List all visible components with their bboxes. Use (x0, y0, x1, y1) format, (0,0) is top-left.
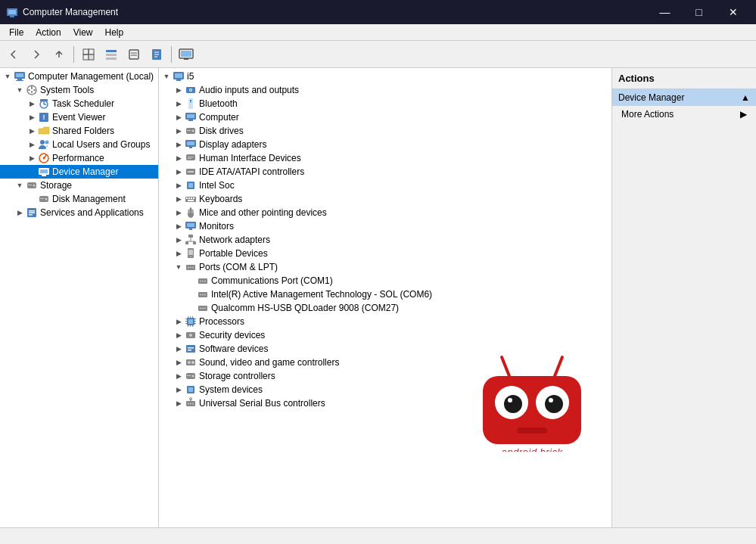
svg-rect-1 (8, 10, 16, 14)
task-scheduler-label: Task Scheduler (52, 98, 114, 109)
i5-expand[interactable]: ▼ (160, 70, 173, 82)
maximize-button[interactable]: □ (682, 0, 716, 24)
keyboards-expand[interactable]: ▶ (173, 193, 185, 205)
tree-i5-root[interactable]: ▼ i5 (159, 70, 611, 83)
menu-view[interactable]: View (67, 26, 99, 39)
com1-icon (197, 275, 209, 287)
forward-button[interactable] (26, 44, 47, 65)
tree-root[interactable]: ▼ Computer Management (Local) (0, 70, 158, 83)
tree-bluetooth[interactable]: ▶ ’ Bluetooth (159, 97, 611, 110)
storage-ctrl-expand[interactable]: ▶ (173, 370, 185, 382)
tree-ports[interactable]: ▼ Ports (COM & LPT) (159, 260, 611, 274)
tree-mice[interactable]: ▶ Mice and other pointing devices (159, 206, 611, 219)
device-manager-expand[interactable] (26, 166, 38, 178)
intel-expand[interactable]: ▶ (173, 179, 185, 191)
show-hide-button[interactable] (78, 44, 99, 65)
tree-display[interactable]: ▶ Display adapters (159, 138, 611, 151)
hid-expand[interactable]: ▶ (173, 152, 185, 164)
local-users-expand[interactable]: ▶ (26, 138, 38, 151)
close-button[interactable]: ✕ (716, 0, 750, 24)
device-manager-action[interactable]: Device Manager ▲ (612, 89, 756, 106)
tree-com1[interactable]: Communications Port (COM1) (159, 274, 611, 288)
properties-button[interactable] (123, 44, 145, 65)
monitor-button[interactable] (176, 44, 197, 65)
qualcomm-expand[interactable] (185, 302, 197, 314)
services-expand[interactable]: ▶ (14, 207, 26, 219)
menu-help[interactable]: Help (99, 26, 130, 39)
tree-intel-soc[interactable]: ▶ Intel Soc (159, 179, 611, 192)
processors-expand[interactable]: ▶ (173, 316, 185, 328)
svg-rect-74 (188, 171, 194, 173)
up-button[interactable] (48, 44, 70, 65)
svg-rect-155 (517, 427, 547, 434)
storage-expand[interactable]: ▼ (14, 179, 26, 191)
disk-mgmt-expand[interactable] (26, 193, 38, 205)
tree-monitors[interactable]: ▶ Monitors (159, 219, 611, 233)
shared-folders-expand[interactable]: ▶ (26, 125, 38, 137)
tree-portable[interactable]: ▶ Portable Devices (159, 247, 611, 260)
system-tools-expand[interactable]: ▼ (14, 84, 26, 96)
amt-expand[interactable] (185, 288, 197, 300)
menu-file[interactable]: File (3, 26, 30, 39)
svg-text:!: ! (43, 113, 45, 121)
tree-disk-drives[interactable]: ▶ Disk drives (159, 124, 611, 138)
svg-point-105 (202, 281, 204, 282)
tree-qualcomm[interactable]: Qualcomm HS-USB QDLoader 9008 (COM27) (159, 301, 611, 315)
ide-expand[interactable]: ▶ (173, 166, 185, 178)
svg-point-152 (545, 395, 563, 413)
tree-task-scheduler[interactable]: ▶ Task Scheduler (0, 97, 158, 110)
security-expand[interactable]: ▶ (173, 329, 185, 341)
mice-expand[interactable]: ▶ (173, 207, 185, 219)
tree-audio[interactable]: ▶ Audio inputs and outputs (159, 83, 611, 97)
event-viewer-expand[interactable]: ▶ (26, 111, 38, 123)
help-button[interactable] (146, 44, 167, 65)
root-expand[interactable]: ▼ (2, 70, 14, 82)
svg-point-145 (192, 403, 194, 405)
hid-icon (185, 152, 197, 164)
tree-device-manager[interactable]: Device Manager (0, 165, 158, 179)
disk-expand[interactable]: ▶ (173, 125, 185, 137)
network-expand[interactable]: ▶ (173, 234, 185, 246)
performance-expand[interactable]: ▶ (26, 152, 38, 164)
tree-hid[interactable]: ▶ Human Interface Devices (159, 151, 611, 165)
monitors-expand[interactable]: ▶ (173, 220, 185, 232)
computer-expand[interactable]: ▶ (173, 111, 185, 123)
tree-event-viewer[interactable]: ▶ ! Event Viewer (0, 110, 158, 124)
tree-shared-folders[interactable]: ▶ Shared Folders (0, 124, 158, 138)
hid-label: Human Interface Devices (199, 153, 301, 163)
minimize-button[interactable]: — (648, 0, 682, 24)
tree-disk-management[interactable]: Disk Management (0, 192, 158, 206)
tree-performance[interactable]: ▶ Performance (0, 151, 158, 165)
system-dev-expand[interactable]: ▶ (173, 384, 185, 396)
tree-services-apps[interactable]: ▶ Services and Applications (0, 206, 158, 219)
app-icon (6, 6, 18, 18)
tree-local-users[interactable]: ▶ Local Users and Groups (0, 138, 158, 151)
tree-processors[interactable]: ▶ Proces (159, 315, 611, 328)
software-dev-expand[interactable]: ▶ (173, 343, 185, 355)
svg-point-112 (200, 308, 201, 309)
tree-system-tools[interactable]: ▼ System Tools (0, 83, 158, 97)
bluetooth-expand[interactable]: ▶ (173, 98, 185, 110)
tree-ide[interactable]: ▶ IDE ATA/ATAPI controllers (159, 165, 611, 179)
tree-computer[interactable]: ▶ Computer (159, 110, 611, 124)
tree-storage[interactable]: ▼ Storage (0, 179, 158, 192)
back-button[interactable] (3, 44, 24, 65)
menu-action[interactable]: Action (30, 26, 67, 39)
more-actions-item[interactable]: More Actions ▶ (612, 106, 756, 123)
audio-expand[interactable]: ▶ (173, 84, 185, 96)
qualcomm-icon (197, 302, 209, 314)
left-panel[interactable]: ▼ Computer Management (Local) ▼ (0, 68, 159, 527)
display-expand[interactable]: ▶ (173, 138, 185, 151)
view-button[interactable] (101, 44, 122, 65)
task-scheduler-expand[interactable]: ▶ (26, 98, 38, 110)
intel-icon (185, 179, 197, 191)
portable-expand[interactable]: ▶ (173, 247, 185, 260)
middle-panel[interactable]: ▼ i5 ▶ Audio inputs and outputs (159, 68, 612, 527)
ports-expand[interactable]: ▼ (173, 261, 185, 273)
usb-expand[interactable]: ▶ (173, 397, 185, 409)
sound-expand[interactable]: ▶ (173, 356, 185, 368)
com1-expand[interactable] (185, 275, 197, 287)
tree-keyboards[interactable]: ▶ Keyboards (159, 192, 611, 206)
tree-intel-amt[interactable]: Intel(R) Active Management Technology - … (159, 288, 611, 301)
tree-network[interactable]: ▶ Network adapters (159, 233, 611, 247)
